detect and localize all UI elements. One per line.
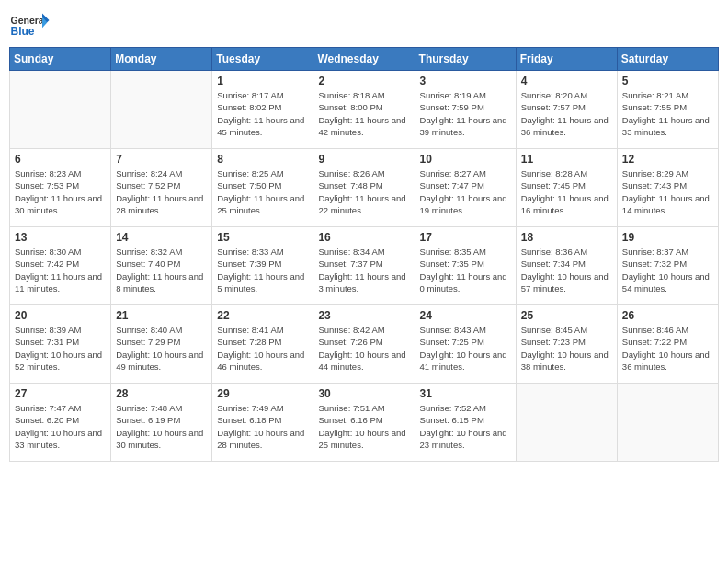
day-number: 22 xyxy=(217,309,308,322)
day-info: Sunrise: 8:30 AM Sunset: 7:42 PM Dayligh… xyxy=(15,246,106,294)
calendar-cell: 1Sunrise: 8:17 AM Sunset: 8:02 PM Daylig… xyxy=(212,71,313,149)
day-number: 29 xyxy=(217,387,308,400)
calendar-cell xyxy=(111,71,212,149)
svg-text:General: General xyxy=(11,15,47,26)
day-number: 6 xyxy=(15,153,106,166)
calendar-cell: 30Sunrise: 7:51 AM Sunset: 6:16 PM Dayli… xyxy=(313,384,415,462)
calendar-week-1: 1Sunrise: 8:17 AM Sunset: 8:02 PM Daylig… xyxy=(10,71,719,149)
day-number: 15 xyxy=(217,231,308,244)
calendar-cell: 3Sunrise: 8:19 AM Sunset: 7:59 PM Daylig… xyxy=(415,71,516,149)
day-number: 23 xyxy=(318,309,409,322)
day-number: 12 xyxy=(622,153,713,166)
day-info: Sunrise: 8:40 AM Sunset: 7:29 PM Dayligh… xyxy=(116,324,207,373)
calendar-week-3: 13Sunrise: 8:30 AM Sunset: 7:42 PM Dayli… xyxy=(10,227,719,305)
calendar-cell: 10Sunrise: 8:27 AM Sunset: 7:47 PM Dayli… xyxy=(415,149,516,227)
day-number: 2 xyxy=(318,75,409,87)
day-number: 14 xyxy=(116,231,207,244)
day-number: 19 xyxy=(622,231,713,244)
calendar-week-2: 6Sunrise: 8:23 AM Sunset: 7:53 PM Daylig… xyxy=(10,149,719,227)
day-info: Sunrise: 8:29 AM Sunset: 7:43 PM Dayligh… xyxy=(622,167,713,216)
day-info: Sunrise: 8:17 AM Sunset: 8:02 PM Dayligh… xyxy=(217,89,308,138)
calendar-cell: 24Sunrise: 8:43 AM Sunset: 7:25 PM Dayli… xyxy=(415,305,516,384)
day-info: Sunrise: 8:21 AM Sunset: 7:55 PM Dayligh… xyxy=(622,89,713,138)
logo: General Blue xyxy=(9,9,51,41)
day-info: Sunrise: 8:42 AM Sunset: 7:26 PM Dayligh… xyxy=(318,324,409,373)
day-number: 3 xyxy=(420,75,511,87)
day-info: Sunrise: 8:18 AM Sunset: 8:00 PM Dayligh… xyxy=(318,89,409,138)
day-info: Sunrise: 8:20 AM Sunset: 7:57 PM Dayligh… xyxy=(521,89,612,138)
day-number: 16 xyxy=(318,231,409,244)
calendar-cell: 8Sunrise: 8:25 AM Sunset: 7:50 PM Daylig… xyxy=(212,149,313,227)
day-info: Sunrise: 7:49 AM Sunset: 6:18 PM Dayligh… xyxy=(217,402,308,451)
day-number: 1 xyxy=(217,75,308,87)
calendar-cell: 12Sunrise: 8:29 AM Sunset: 7:43 PM Dayli… xyxy=(617,149,718,227)
calendar-cell: 25Sunrise: 8:45 AM Sunset: 7:23 PM Dayli… xyxy=(516,305,617,384)
day-info: Sunrise: 8:32 AM Sunset: 7:40 PM Dayligh… xyxy=(116,246,207,294)
weekday-sunday: Sunday xyxy=(10,48,111,71)
weekday-monday: Monday xyxy=(111,48,212,71)
day-info: Sunrise: 8:46 AM Sunset: 7:22 PM Dayligh… xyxy=(622,324,713,373)
day-info: Sunrise: 8:27 AM Sunset: 7:47 PM Dayligh… xyxy=(420,167,511,216)
day-info: Sunrise: 8:39 AM Sunset: 7:31 PM Dayligh… xyxy=(15,324,106,373)
calendar-cell: 20Sunrise: 8:39 AM Sunset: 7:31 PM Dayli… xyxy=(10,305,111,384)
calendar-cell: 26Sunrise: 8:46 AM Sunset: 7:22 PM Dayli… xyxy=(617,305,718,384)
day-info: Sunrise: 8:24 AM Sunset: 7:52 PM Dayligh… xyxy=(116,167,207,216)
day-number: 10 xyxy=(420,153,511,166)
calendar-cell: 31Sunrise: 7:52 AM Sunset: 6:15 PM Dayli… xyxy=(415,384,516,462)
calendar-cell: 4Sunrise: 8:20 AM Sunset: 7:57 PM Daylig… xyxy=(516,71,617,149)
day-number: 30 xyxy=(318,387,409,400)
day-number: 18 xyxy=(521,231,612,244)
calendar-cell: 2Sunrise: 8:18 AM Sunset: 8:00 PM Daylig… xyxy=(313,71,415,149)
weekday-saturday: Saturday xyxy=(617,48,718,71)
calendar-cell: 18Sunrise: 8:36 AM Sunset: 7:34 PM Dayli… xyxy=(516,227,617,305)
day-info: Sunrise: 8:33 AM Sunset: 7:39 PM Dayligh… xyxy=(217,246,308,294)
weekday-wednesday: Wednesday xyxy=(313,48,415,71)
day-info: Sunrise: 8:41 AM Sunset: 7:28 PM Dayligh… xyxy=(217,324,308,373)
logo-icon: General Blue xyxy=(9,9,51,41)
day-number: 9 xyxy=(318,153,409,166)
day-number: 4 xyxy=(521,75,612,87)
day-info: Sunrise: 8:28 AM Sunset: 7:45 PM Dayligh… xyxy=(521,167,612,216)
calendar-cell: 9Sunrise: 8:26 AM Sunset: 7:48 PM Daylig… xyxy=(313,149,415,227)
calendar-cell: 23Sunrise: 8:42 AM Sunset: 7:26 PM Dayli… xyxy=(313,305,415,384)
day-info: Sunrise: 7:51 AM Sunset: 6:16 PM Dayligh… xyxy=(318,402,409,451)
day-info: Sunrise: 7:47 AM Sunset: 6:20 PM Dayligh… xyxy=(15,402,106,451)
day-info: Sunrise: 8:35 AM Sunset: 7:35 PM Dayligh… xyxy=(420,246,511,294)
day-info: Sunrise: 8:19 AM Sunset: 7:59 PM Dayligh… xyxy=(420,89,511,138)
calendar-cell xyxy=(10,71,111,149)
calendar-cell: 22Sunrise: 8:41 AM Sunset: 7:28 PM Dayli… xyxy=(212,305,313,384)
day-number: 7 xyxy=(116,153,207,166)
day-info: Sunrise: 7:52 AM Sunset: 6:15 PM Dayligh… xyxy=(420,402,511,451)
calendar-cell: 17Sunrise: 8:35 AM Sunset: 7:35 PM Dayli… xyxy=(415,227,516,305)
calendar-cell: 7Sunrise: 8:24 AM Sunset: 7:52 PM Daylig… xyxy=(111,149,212,227)
calendar-cell xyxy=(516,384,617,462)
page-header: General Blue xyxy=(9,9,719,41)
day-number: 21 xyxy=(116,309,207,322)
calendar-cell: 27Sunrise: 7:47 AM Sunset: 6:20 PM Dayli… xyxy=(10,384,111,462)
day-number: 5 xyxy=(622,75,713,87)
day-info: Sunrise: 8:45 AM Sunset: 7:23 PM Dayligh… xyxy=(521,324,612,373)
calendar-cell: 21Sunrise: 8:40 AM Sunset: 7:29 PM Dayli… xyxy=(111,305,212,384)
calendar-cell: 5Sunrise: 8:21 AM Sunset: 7:55 PM Daylig… xyxy=(617,71,718,149)
day-info: Sunrise: 8:43 AM Sunset: 7:25 PM Dayligh… xyxy=(420,324,511,373)
day-info: Sunrise: 8:23 AM Sunset: 7:53 PM Dayligh… xyxy=(15,167,106,216)
weekday-friday: Friday xyxy=(516,48,617,71)
day-number: 8 xyxy=(217,153,308,166)
calendar-week-5: 27Sunrise: 7:47 AM Sunset: 6:20 PM Dayli… xyxy=(10,384,719,462)
day-number: 24 xyxy=(420,309,511,322)
day-info: Sunrise: 8:34 AM Sunset: 7:37 PM Dayligh… xyxy=(318,246,409,294)
calendar-cell xyxy=(617,384,718,462)
weekday-tuesday: Tuesday xyxy=(212,48,313,71)
calendar-cell: 16Sunrise: 8:34 AM Sunset: 7:37 PM Dayli… xyxy=(313,227,415,305)
calendar-cell: 6Sunrise: 8:23 AM Sunset: 7:53 PM Daylig… xyxy=(10,149,111,227)
calendar-cell: 15Sunrise: 8:33 AM Sunset: 7:39 PM Dayli… xyxy=(212,227,313,305)
day-number: 25 xyxy=(521,309,612,322)
day-number: 26 xyxy=(622,309,713,322)
weekday-header-row: SundayMondayTuesdayWednesdayThursdayFrid… xyxy=(10,48,719,71)
day-number: 31 xyxy=(420,387,511,400)
calendar-cell: 19Sunrise: 8:37 AM Sunset: 7:32 PM Dayli… xyxy=(617,227,718,305)
day-number: 28 xyxy=(116,387,207,400)
calendar-table: SundayMondayTuesdayWednesdayThursdayFrid… xyxy=(9,47,719,462)
svg-text:Blue: Blue xyxy=(11,25,35,38)
calendar-cell: 28Sunrise: 7:48 AM Sunset: 6:19 PM Dayli… xyxy=(111,384,212,462)
